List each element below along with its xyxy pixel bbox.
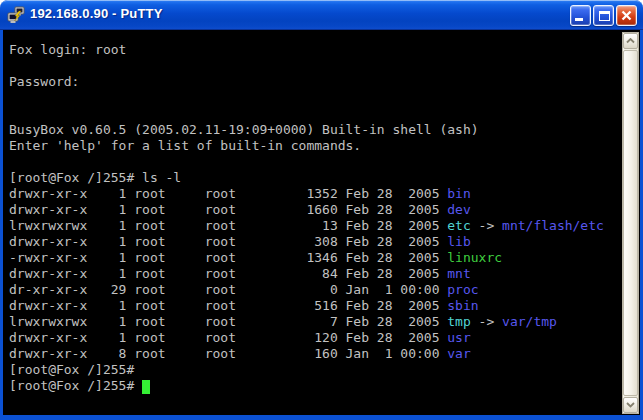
terminal-text-segment: Password: <box>9 74 79 89</box>
terminal-text-segment: -> <box>471 218 502 233</box>
terminal-line: drwxr-xr-x 1 root root 120 Feb 28 2005 u… <box>9 330 616 346</box>
terminal-text-segment: drwxr-xr-x 1 root root 120 Feb 28 2005 <box>9 330 447 345</box>
terminal-line: dr-xr-xr-x 29 root root 0 Jan 1 00:00 pr… <box>9 282 616 298</box>
putty-window: 192.168.0.90 - PuTTY Fox login: root Pas… <box>0 0 643 420</box>
terminal-text-segment: Fox login: root <box>9 42 126 57</box>
scrollbar-thumb[interactable] <box>623 50 638 396</box>
terminal-text-segment: lib <box>447 234 470 249</box>
terminal-line: drwxr-xr-x 1 root root 308 Feb 28 2005 l… <box>9 234 616 250</box>
terminal-text-segment: dr-xr-xr-x 29 root root 0 Jan 1 00:00 <box>9 282 447 297</box>
terminal-text-segment: var <box>447 346 470 361</box>
terminal-text-segment: drwxr-xr-x 1 root root 516 Feb 28 2005 <box>9 298 447 313</box>
terminal-line: [root@Fox /]255# ls -l <box>9 170 616 186</box>
terminal-text-segment: sbin <box>447 298 478 313</box>
close-icon <box>621 10 632 21</box>
terminal-text-segment: drwxr-xr-x 1 root root 308 Feb 28 2005 <box>9 234 447 249</box>
terminal-screen[interactable]: Fox login: root Password: BusyBox v0.60.… <box>3 30 640 415</box>
terminal-line <box>9 58 616 74</box>
terminal-text-segment: drwxr-xr-x 1 root root 84 Feb 28 2005 <box>9 266 447 281</box>
terminal-text-segment: mnt/flash/etc <box>502 218 604 233</box>
terminal-text-segment: [root@Fox /]255# <box>9 362 134 377</box>
terminal-text-segment: [root@Fox /]255# <box>9 378 142 393</box>
terminal-text-segment: lrwxrwxrwx 1 root root 7 Feb 28 2005 <box>9 314 447 329</box>
terminal-line: [root@Fox /]255# <box>9 362 616 378</box>
terminal-text-segment: -rwxr-xr-x 1 root root 1346 Feb 28 2005 <box>9 250 447 265</box>
scroll-up-button[interactable] <box>623 33 638 49</box>
terminal-text-segment: usr <box>447 330 470 345</box>
window-controls <box>570 5 637 26</box>
terminal-text-segment: Enter 'help' for a list of built-in comm… <box>9 138 361 153</box>
terminal-line: drwxr-xr-x 1 root root 1352 Feb 28 2005 … <box>9 186 616 202</box>
window-title: 192.168.0.90 - PuTTY <box>30 6 163 21</box>
terminal-line <box>9 154 616 170</box>
terminal-line: BusyBox v0.60.5 (2005.02.11-19:09+0000) … <box>9 122 616 138</box>
putty-app-icon <box>7 6 25 24</box>
chevron-up-icon <box>626 38 635 44</box>
close-button[interactable] <box>616 5 637 26</box>
terminal-line <box>9 106 616 122</box>
scroll-down-button[interactable] <box>623 397 638 413</box>
terminal-text-segment: dev <box>447 202 470 217</box>
terminal-text-segment: var/tmp <box>502 314 557 329</box>
terminal-line: Enter 'help' for a list of built-in comm… <box>9 138 616 154</box>
terminal-text-segment: [root@Fox /]255# ls -l <box>9 170 181 185</box>
maximize-icon <box>599 11 610 21</box>
terminal-text-segment: drwxr-xr-x 1 root root 1352 Feb 28 2005 <box>9 186 447 201</box>
terminal-line: lrwxrwxrwx 1 root root 13 Feb 28 2005 et… <box>9 218 616 234</box>
maximize-button[interactable] <box>593 5 614 26</box>
minimize-button[interactable] <box>570 5 591 26</box>
terminal-text-segment: drwxr-xr-x 1 root root 1660 Feb 28 2005 <box>9 202 447 217</box>
terminal-text-segment: -> <box>471 314 502 329</box>
titlebar[interactable]: 192.168.0.90 - PuTTY <box>0 0 643 30</box>
terminal-text-segment: etc <box>447 218 470 233</box>
terminal-line <box>9 90 616 106</box>
terminal-text-segment: tmp <box>447 314 470 329</box>
terminal-line: Password: <box>9 74 616 90</box>
terminal-line: lrwxrwxrwx 1 root root 7 Feb 28 2005 tmp… <box>9 314 616 330</box>
terminal-cursor <box>142 380 150 394</box>
minimize-icon <box>575 18 583 21</box>
terminal-text-segment: drwxr-xr-x 8 root root 160 Jan 1 00:00 <box>9 346 447 361</box>
terminal-text-segment: bin <box>447 186 470 201</box>
terminal-line: Fox login: root <box>9 42 616 58</box>
terminal-line: drwxr-xr-x 1 root root 84 Feb 28 2005 mn… <box>9 266 616 282</box>
terminal-line: drwxr-xr-x 1 root root 1660 Feb 28 2005 … <box>9 202 616 218</box>
terminal-line: drwxr-xr-x 1 root root 516 Feb 28 2005 s… <box>9 298 616 314</box>
putty-two-computers-icon <box>7 6 25 24</box>
terminal-text-segment: mnt <box>447 266 470 281</box>
terminal-scrollbar[interactable] <box>622 32 639 414</box>
terminal-text-segment: BusyBox v0.60.5 (2005.02.11-19:09+0000) … <box>9 122 479 137</box>
terminal-text-segment: linuxrc <box>447 250 502 265</box>
terminal-text-segment: proc <box>447 282 478 297</box>
chevron-down-icon <box>626 402 635 408</box>
terminal-line: -rwxr-xr-x 1 root root 1346 Feb 28 2005 … <box>9 250 616 266</box>
terminal-output: Fox login: root Password: BusyBox v0.60.… <box>9 42 616 394</box>
terminal-text-segment: lrwxrwxrwx 1 root root 13 Feb 28 2005 <box>9 218 447 233</box>
terminal-line: drwxr-xr-x 8 root root 160 Jan 1 00:00 v… <box>9 346 616 362</box>
terminal-line: [root@Fox /]255# <box>9 378 616 394</box>
